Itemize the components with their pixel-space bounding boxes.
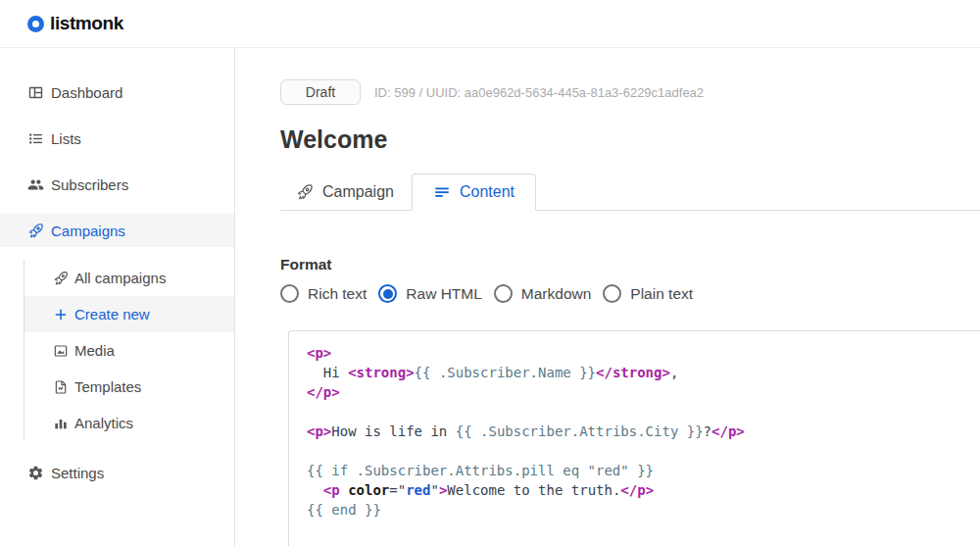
sidebar-item-templates[interactable]: Templates bbox=[24, 369, 234, 405]
campaign-id-uuid: ID: 599 / UUID: aa0e962d-5634-445a-81a3-… bbox=[374, 85, 704, 100]
analytics-icon bbox=[53, 416, 69, 431]
rocket-icon bbox=[27, 223, 44, 239]
format-radio-group: Rich text Raw HTML Markdown Plain text bbox=[280, 284, 980, 303]
rocket-icon bbox=[53, 271, 69, 286]
radio-label: Raw HTML bbox=[406, 285, 482, 303]
format-label: Format bbox=[280, 256, 980, 273]
sidebar-item-label: Dashboard bbox=[51, 84, 122, 101]
tab-label: Content bbox=[460, 183, 514, 201]
radio-label: Rich text bbox=[308, 285, 367, 303]
template-icon bbox=[53, 379, 69, 395]
status-badge[interactable]: Draft bbox=[280, 79, 361, 105]
sidebar: Dashboard Lists Subscribers Campaigns Al… bbox=[0, 48, 235, 546]
sidebar-item-label: Templates bbox=[74, 378, 141, 395]
subscribers-icon bbox=[27, 176, 44, 193]
sidebar-item-label: Create new bbox=[74, 306, 150, 323]
top-navbar: listmonk bbox=[0, 0, 980, 48]
sidebar-item-label: Lists bbox=[51, 130, 81, 147]
rocket-icon bbox=[296, 183, 314, 201]
code-line: Hi <strong>{{ .Subscriber.Name }}</stron… bbox=[307, 363, 980, 382]
code-editor-content[interactable]: <p> Hi <strong>{{ .Subscriber.Name }}</s… bbox=[307, 343, 980, 520]
sidebar-item-analytics[interactable]: Analytics bbox=[24, 405, 234, 441]
sidebar-item-label: Media bbox=[74, 342, 115, 359]
page-title: Welcome bbox=[280, 124, 980, 154]
code-line: <p> bbox=[307, 343, 980, 363]
main-content: Draft ID: 599 / UUID: aa0e962d-5634-445a… bbox=[235, 48, 980, 546]
plus-icon bbox=[53, 307, 69, 323]
radio-label: Markdown bbox=[521, 285, 592, 303]
sidebar-item-create-new[interactable]: Create new bbox=[24, 296, 234, 332]
radio-circle[interactable] bbox=[494, 284, 513, 303]
sidebar-item-all-campaigns[interactable]: All campaigns bbox=[24, 260, 234, 296]
logo-text: listmonk bbox=[50, 13, 123, 34]
code-line bbox=[307, 441, 980, 461]
sidebar-item-subscribers[interactable]: Subscribers bbox=[0, 168, 234, 201]
lists-icon bbox=[27, 130, 44, 147]
tab-label: Campaign bbox=[322, 183, 394, 201]
sidebar-item-label: Campaigns bbox=[51, 223, 125, 239]
sidebar-item-settings[interactable]: Settings bbox=[0, 456, 234, 489]
listmonk-logo-icon bbox=[27, 16, 44, 32]
sidebar-item-media[interactable]: Media bbox=[24, 332, 234, 369]
code-line: <p>How is life in {{ .Subscriber.Attribs… bbox=[307, 422, 980, 441]
sidebar-item-label: Analytics bbox=[74, 415, 133, 431]
text-lines-icon bbox=[433, 183, 451, 201]
code-line: {{ if .Subscriber.Attribs.pill eq "red" … bbox=[307, 461, 980, 480]
tab-campaign[interactable]: Campaign bbox=[280, 174, 410, 210]
radio-markdown[interactable]: Markdown bbox=[494, 284, 592, 303]
code-line: <p color="red">Welcome to the truth.</p> bbox=[307, 480, 980, 500]
gear-icon bbox=[27, 465, 44, 481]
radio-raw-html[interactable]: Raw HTML bbox=[378, 284, 482, 303]
sidebar-item-label: Settings bbox=[51, 465, 104, 481]
radio-label: Plain text bbox=[630, 285, 693, 303]
campaigns-submenu: All campaigns Create new Media Templates… bbox=[24, 260, 234, 441]
sidebar-item-campaigns[interactable]: Campaigns bbox=[0, 214, 234, 247]
code-line: </p> bbox=[307, 382, 980, 402]
sidebar-item-label: All campaigns bbox=[74, 270, 166, 286]
code-line bbox=[307, 402, 980, 422]
radio-rich-text[interactable]: Rich text bbox=[280, 284, 367, 303]
format-section: Format Rich text Raw HTML Markdown Plain… bbox=[280, 256, 980, 303]
radio-circle[interactable] bbox=[280, 284, 299, 303]
dashboard-icon bbox=[27, 84, 44, 101]
radio-circle[interactable] bbox=[603, 284, 621, 303]
listmonk-logo[interactable]: listmonk bbox=[27, 13, 123, 34]
sidebar-item-dashboard[interactable]: Dashboard bbox=[0, 75, 234, 109]
tab-content[interactable]: Content bbox=[412, 174, 536, 211]
sidebar-item-label: Subscribers bbox=[51, 176, 128, 193]
code-line: {{ end }} bbox=[307, 500, 980, 520]
radio-circle[interactable] bbox=[378, 284, 397, 303]
code-editor[interactable]: <p> Hi <strong>{{ .Subscriber.Name }}</s… bbox=[288, 330, 980, 546]
media-icon bbox=[53, 343, 69, 359]
radio-plain-text[interactable]: Plain text bbox=[603, 284, 693, 303]
tab-bar: Campaign Content bbox=[280, 174, 980, 211]
sidebar-item-lists[interactable]: Lists bbox=[0, 122, 234, 155]
